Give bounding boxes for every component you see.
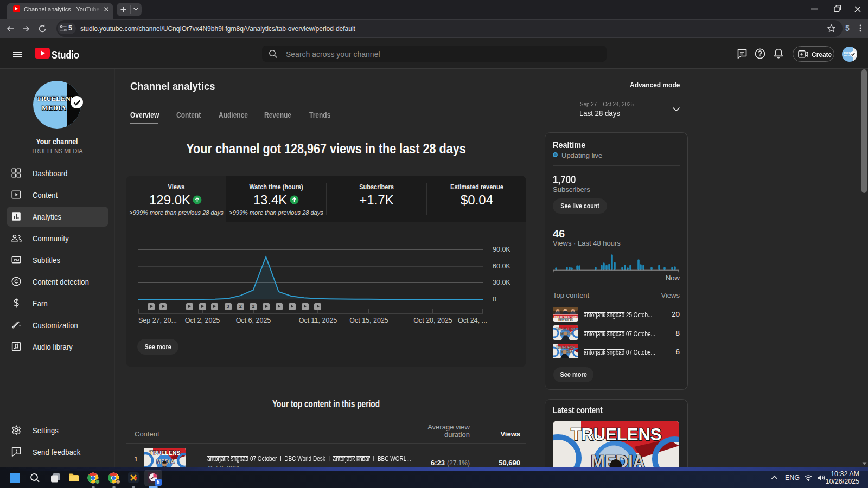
svg-text:TRUELENS: TRUELENS — [571, 425, 661, 444]
svg-text:TRUELENS: TRUELENS — [556, 327, 576, 331]
svg-text:TRUELENS: TRUELENS — [150, 450, 181, 456]
svg-text:rnivr kel es: rnivr kel es — [558, 318, 573, 322]
svg-text:TRUELENS: TRUELENS — [556, 345, 575, 349]
svg-text:a knt blr kdsr somn: a knt blr kdsr somn — [553, 315, 578, 318]
